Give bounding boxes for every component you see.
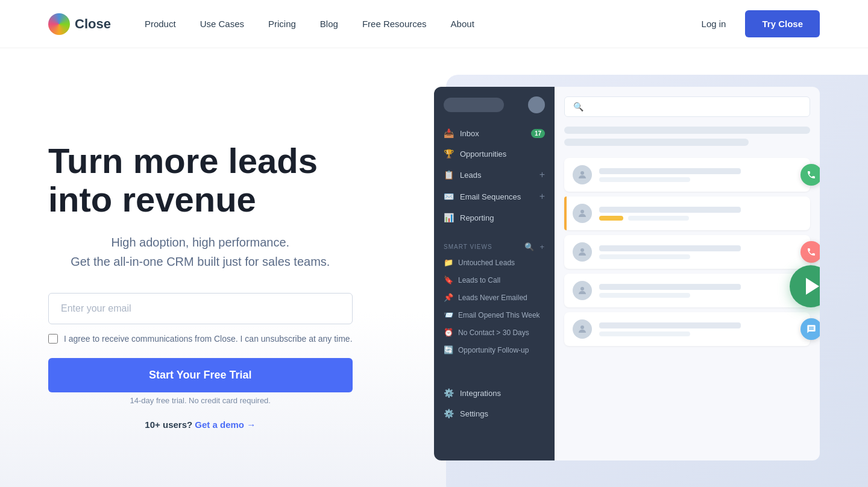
leads-never-emailed-label: Leads Never Emailed [458,294,527,302]
sidebar-leads-label: Leads [460,171,481,180]
lead-avatar-1 [573,165,592,184]
demo-link[interactable]: Get a demo → [195,419,256,430]
logo-text: Close [75,16,111,32]
sidebar-item-settings[interactable]: ⚙️ Settings [434,403,555,424]
inbox-icon: 📥 [444,128,454,138]
lead-info-4 [599,284,802,298]
checkbox-label[interactable]: I agree to receive communications from C… [64,334,353,344]
app-mockup: 📥 Inbox 17 🏆 Opportunities [434,87,820,460]
no-contact-icon: ⏰ [444,328,453,337]
play-button[interactable] [790,265,820,307]
nav-free-resources[interactable]: Free Resources [353,14,436,34]
email-sequences-icon: ✉️ [444,192,454,201]
sidebar-item-leads[interactable]: 📋 Leads + [434,164,555,186]
lead-card-4[interactable] [564,274,810,307]
sidebar-inbox-label: Inbox [460,129,479,138]
try-close-button[interactable]: Try Close [745,10,820,37]
skeleton-line-1 [564,127,810,134]
call-fab-1[interactable] [800,164,820,186]
lead-info-5 [599,322,802,336]
sidebar-opportunities-label: Opportunities [460,149,506,159]
nav-about[interactable]: About [441,14,484,34]
play-button-wrap [790,265,820,307]
sidebar-item-opportunities[interactable]: 🏆 Opportunities [434,143,555,164]
search-icon: 🔍 [573,102,583,112]
leads-icon: 📋 [444,170,454,180]
leads-plus-icon[interactable]: + [539,169,545,180]
sidebar-reporting-label: Reporting [460,213,494,222]
smart-views-section: SMART VIEWS 🔍 + [434,237,555,254]
smart-views-search-icon[interactable]: 🔍 [524,242,535,251]
nav-use-cases[interactable]: Use Cases [190,14,254,34]
lead-accent-2 [564,196,567,230]
nav-product[interactable]: Product [135,14,186,34]
smart-view-no-contact[interactable]: ⏰ No Contact > 30 Days [434,324,555,341]
lead-avatar-5 [573,319,592,339]
hero-right: 📥 Inbox 17 🏆 Opportunities [377,99,820,473]
email-opened-label: Email Opened This Week [458,311,540,319]
lead-info-3 [599,245,802,259]
opportunities-icon: 🏆 [444,149,454,159]
lead-avatar-2 [573,204,592,223]
login-link[interactable]: Log in [692,14,736,34]
start-trial-button[interactable]: Start Your Free Trial [48,358,353,392]
checkbox-row: I agree to receive communications from C… [48,334,353,344]
smart-view-opportunity-follow-up[interactable]: 🔄 Opportunity Follow-up [434,341,555,359]
leads-to-call-label: Leads to Call [458,276,500,284]
lead-card-5[interactable] [564,312,810,346]
chat-fab-5[interactable] [800,318,820,340]
inbox-badge: 17 [531,129,545,138]
sidebar-item-reporting[interactable]: 📊 Reporting [434,207,555,228]
hero-section: Turn more leads into revenue High adopti… [0,48,868,487]
call-fab-3[interactable] [800,241,820,263]
svg-point-2 [580,248,584,252]
sidebar-pill [444,98,504,112]
svg-point-1 [580,210,584,213]
smart-view-leads-to-call[interactable]: 🔖 Leads to Call [434,271,555,289]
lead-avatar-3 [573,242,592,262]
nav-links: Product Use Cases Pricing Blog Free Reso… [135,14,484,34]
lead-card-1[interactable] [564,158,810,192]
sidebar-item-integrations[interactable]: ⚙️ Integrations [434,383,555,403]
agree-checkbox[interactable] [48,334,58,344]
nav-pricing[interactable]: Pricing [259,14,306,34]
email-sequences-plus-icon[interactable]: + [539,191,545,202]
no-contact-label: No Contact > 30 Days [458,328,529,337]
integrations-label: Integrations [460,389,501,398]
leads-to-call-icon: 🔖 [444,275,453,284]
app-sidebar: 📥 Inbox 17 🏆 Opportunities [434,87,555,460]
lead-card-2[interactable] [564,196,810,230]
skeleton-line-2 [564,139,749,146]
lead-card-3[interactable] [564,235,810,269]
email-opened-icon: 📨 [444,310,453,319]
svg-point-0 [580,171,584,175]
sidebar-top [434,96,555,123]
logo-icon [48,13,70,35]
opportunity-follow-up-icon: 🔄 [444,345,453,354]
lead-info-2 [599,207,802,221]
navbar: Close Product Use Cases Pricing Blog Fre… [0,0,868,48]
demo-row: 10+ users? Get a demo → [48,419,353,430]
smart-view-untouched-leads[interactable]: 📁 Untouched Leads [434,254,555,271]
smart-view-email-opened[interactable]: 📨 Email Opened This Week [434,306,555,324]
search-bar[interactable]: 🔍 [564,96,810,117]
hero-left: Turn more leads into revenue High adopti… [48,142,353,430]
untouched-leads-label: Untouched Leads [458,259,515,267]
svg-point-3 [580,287,584,291]
navbar-left: Close Product Use Cases Pricing Blog Fre… [48,13,484,35]
integrations-icon: ⚙️ [444,388,454,398]
hero-title: Turn more leads into revenue [48,142,353,219]
smart-views-add-icon[interactable]: + [539,242,545,251]
settings-icon: ⚙️ [444,409,454,418]
email-input[interactable] [48,293,353,324]
nav-blog[interactable]: Blog [310,14,348,34]
sidebar-item-email-sequences[interactable]: ✉️ Email Sequences + [434,186,555,207]
sidebar-item-inbox[interactable]: 📥 Inbox 17 [434,123,555,143]
sidebar-nav: 📥 Inbox 17 🏆 Opportunities [434,123,555,237]
logo[interactable]: Close [48,13,111,35]
search-input-mock [588,102,801,112]
play-icon [806,278,819,295]
lead-info-1 [599,168,802,182]
smart-view-leads-never-emailed[interactable]: 📌 Leads Never Emailed [434,289,555,306]
content-lines [564,127,810,146]
